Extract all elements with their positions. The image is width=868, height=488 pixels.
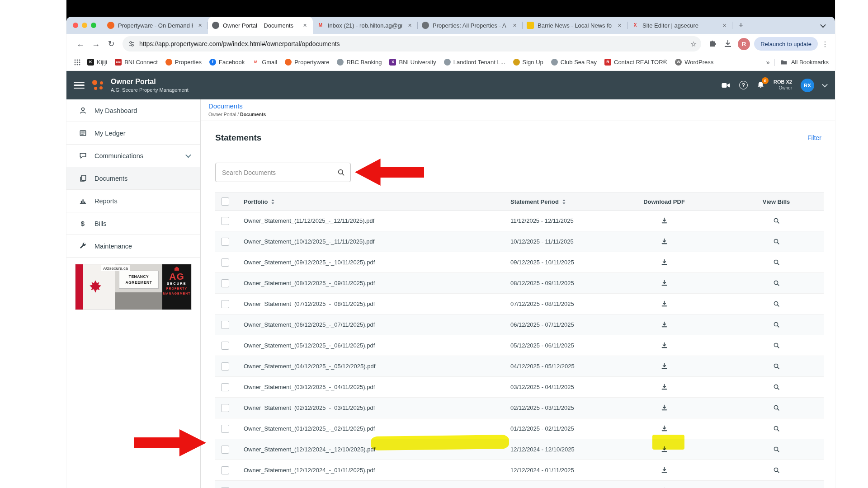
agsecure-ad[interactable]: AGsecure.ca TENANCY AGREEMENT AG SECURE … — [75, 264, 191, 310]
view-bills-button[interactable] — [769, 277, 783, 290]
tab-search-button[interactable] — [817, 19, 829, 31]
browser-tab[interactable]: Barrie News - Local News for× — [523, 17, 627, 34]
download-pdf-button[interactable] — [657, 422, 671, 436]
bookmark-star-icon[interactable]: ☆ — [690, 40, 697, 48]
bookmark-item[interactable]: Club Sea Ray — [551, 59, 597, 66]
tab-close-icon[interactable]: × — [721, 22, 728, 29]
view-bills-button[interactable] — [769, 214, 783, 228]
view-bills-button[interactable] — [769, 443, 783, 456]
sidebar-item-bills[interactable]: $Bills — [66, 212, 200, 235]
view-bills-button[interactable] — [769, 318, 783, 332]
download-pdf-button[interactable] — [657, 277, 671, 290]
column-header-portfolio[interactable]: Portfolio — [244, 193, 510, 210]
apps-grid-icon[interactable] — [74, 59, 81, 66]
back-button[interactable]: ← — [73, 36, 88, 52]
browser-tab[interactable]: Propertyware - On Demand R× — [103, 17, 208, 34]
column-header-statement-period[interactable]: Statement Period — [510, 193, 599, 210]
search-icon[interactable] — [337, 169, 345, 176]
download-pdf-button[interactable] — [657, 339, 671, 352]
select-all-checkbox[interactable] — [221, 197, 229, 206]
bookmark-item[interactable]: BNIBNI Connect — [115, 59, 158, 66]
row-checkbox[interactable] — [221, 404, 229, 412]
minimize-window-button[interactable] — [82, 23, 87, 28]
video-icon[interactable] — [721, 81, 731, 90]
row-checkbox[interactable] — [221, 321, 229, 329]
tab-close-icon[interactable]: × — [196, 22, 204, 29]
hamburger-menu-icon[interactable] — [74, 82, 85, 89]
browser-profile-avatar[interactable]: R — [738, 38, 750, 50]
view-bills-button[interactable] — [769, 484, 783, 488]
downloads-icon[interactable] — [720, 36, 736, 52]
bookmark-item[interactable]: WWordPress — [675, 59, 713, 66]
row-checkbox[interactable] — [221, 446, 229, 454]
chevron-down-icon[interactable] — [186, 154, 190, 158]
tab-close-icon[interactable]: × — [616, 22, 623, 29]
download-pdf-button[interactable] — [657, 464, 671, 477]
extensions-icon[interactable] — [705, 36, 720, 52]
notifications-bell-icon[interactable]: 0 — [756, 81, 765, 89]
row-checkbox[interactable] — [221, 466, 229, 474]
browser-menu-icon[interactable]: ⋮ — [820, 40, 830, 48]
row-checkbox[interactable] — [221, 238, 229, 246]
filter-link[interactable]: Filter — [807, 134, 821, 141]
sidebar-item-my-dashboard[interactable]: My Dashboard — [66, 99, 200, 122]
view-bills-button[interactable] — [769, 339, 783, 352]
download-pdf-button[interactable] — [657, 484, 671, 488]
bookmark-item[interactable]: RBC Banking — [337, 59, 382, 66]
bookmark-item[interactable]: Propertyware — [285, 59, 329, 66]
row-checkbox[interactable] — [221, 362, 229, 371]
bookmark-item[interactable]: MGmail — [252, 59, 277, 66]
relaunch-to-update-button[interactable]: Relaunch to update — [754, 37, 818, 51]
row-checkbox[interactable] — [221, 383, 229, 391]
help-icon[interactable]: ? — [739, 81, 748, 89]
tab-close-icon[interactable]: × — [301, 22, 309, 29]
view-bills-button[interactable] — [769, 380, 783, 394]
download-pdf-button[interactable] — [657, 235, 671, 249]
forward-button[interactable]: → — [88, 36, 104, 52]
view-bills-button[interactable] — [769, 256, 783, 269]
download-pdf-button[interactable] — [657, 297, 671, 311]
address-bar[interactable]: https://app.propertyware.com/pw/index.ht… — [123, 36, 701, 52]
download-pdf-button[interactable] — [657, 256, 671, 269]
view-bills-button[interactable] — [769, 401, 783, 415]
maximize-window-button[interactable] — [91, 23, 96, 28]
bookmark-item[interactable]: Sign Up — [513, 59, 543, 66]
all-bookmarks[interactable]: All Bookmarks — [774, 59, 829, 66]
row-checkbox[interactable] — [221, 258, 229, 267]
bookmark-item[interactable]: XBNI University — [389, 59, 436, 66]
reload-button[interactable]: ↻ — [104, 36, 119, 52]
sidebar-item-my-ledger[interactable]: My Ledger — [66, 122, 200, 145]
download-pdf-button[interactable] — [657, 360, 671, 373]
download-pdf-button[interactable] — [657, 401, 671, 415]
bookmark-item[interactable]: Properties — [165, 59, 202, 66]
bookmark-item[interactable]: RContact REALTOR® — [604, 59, 667, 66]
bookmark-item[interactable]: Landlord Tenant L... — [444, 59, 505, 66]
sidebar-item-reports[interactable]: Reports — [66, 190, 200, 212]
download-pdf-button[interactable] — [657, 214, 671, 228]
row-checkbox[interactable] — [221, 342, 229, 350]
breadcrumb-parent[interactable]: Owner Portal — [208, 112, 236, 117]
user-avatar[interactable]: RX — [801, 79, 814, 92]
breadcrumb-title-link[interactable]: Documents — [208, 102, 243, 110]
row-checkbox[interactable] — [221, 279, 229, 287]
new-tab-button[interactable]: + — [734, 19, 748, 32]
view-bills-button[interactable] — [769, 360, 783, 373]
site-info-icon[interactable] — [128, 40, 135, 47]
bookmark-item[interactable]: KKijiji — [87, 59, 107, 66]
tab-close-icon[interactable]: × — [406, 22, 414, 29]
row-checkbox[interactable] — [221, 425, 229, 433]
browser-tab[interactable]: XSite Editor | agsecure× — [627, 17, 732, 34]
download-pdf-button[interactable] — [657, 380, 671, 394]
row-checkbox[interactable] — [221, 300, 229, 308]
download-pdf-button[interactable] — [657, 318, 671, 332]
view-bills-button[interactable] — [769, 464, 783, 477]
sidebar-item-maintenance[interactable]: Maintenance — [66, 235, 200, 258]
view-bills-button[interactable] — [769, 422, 783, 436]
browser-tab[interactable]: MInbox (21) - rob.hilton.ag@gm× — [313, 17, 418, 34]
tab-close-icon[interactable]: × — [511, 22, 519, 29]
bookmarks-overflow-icon[interactable]: » — [762, 58, 774, 66]
row-checkbox[interactable] — [221, 217, 229, 225]
chevron-down-icon[interactable] — [823, 83, 827, 87]
sidebar-item-communications[interactable]: Communications — [66, 145, 200, 167]
browser-tab[interactable]: Owner Portal – Documents× — [208, 17, 313, 34]
